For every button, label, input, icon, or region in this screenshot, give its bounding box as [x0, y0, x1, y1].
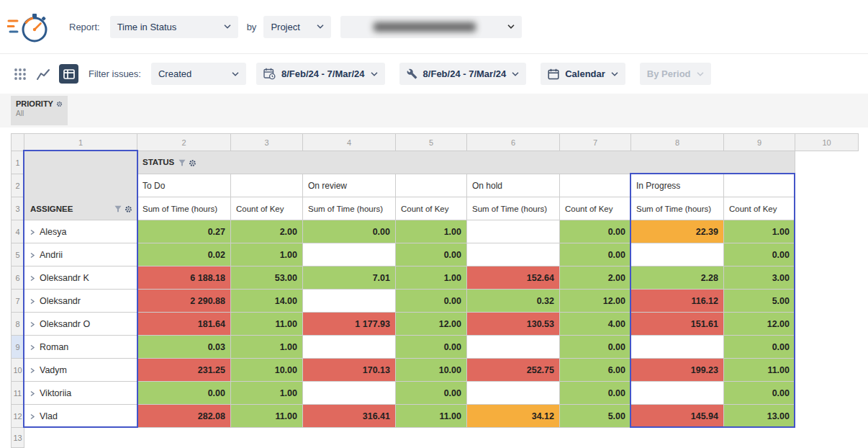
data-cell[interactable]: 1.00: [231, 336, 303, 359]
grid-view-button[interactable]: [12, 66, 29, 83]
expand-chevron-icon[interactable]: [30, 252, 35, 259]
expand-chevron-icon[interactable]: [30, 390, 35, 397]
expand-chevron-icon[interactable]: [30, 367, 35, 374]
data-cell[interactable]: 11.00: [396, 405, 467, 428]
data-cell[interactable]: 170.13: [303, 359, 396, 382]
chart-view-button[interactable]: [35, 66, 52, 83]
measure-header-cell[interactable]: Sum of Time (hours): [467, 197, 560, 220]
expand-chevron-icon[interactable]: [30, 413, 35, 420]
row-number[interactable]: 10: [12, 359, 24, 382]
data-cell[interactable]: 11.00: [231, 405, 303, 428]
data-cell[interactable]: 2.00: [231, 220, 303, 243]
measure-header-cell[interactable]: Count of Key: [396, 197, 467, 220]
expand-chevron-icon[interactable]: [30, 275, 35, 282]
filter-funnel-icon[interactable]: [114, 205, 122, 212]
data-cell[interactable]: 1.00: [231, 243, 303, 266]
assignee-cell[interactable]: Oleksandr O: [24, 313, 137, 336]
row-number[interactable]: 12: [12, 405, 24, 428]
measure-header-cell[interactable]: Count of Key: [724, 197, 795, 220]
data-cell[interactable]: 0.27: [137, 220, 231, 243]
calendar-select[interactable]: Calendar: [541, 63, 625, 85]
measure-header-cell[interactable]: Sum of Time (hours): [137, 197, 231, 220]
row-number[interactable]: 1: [12, 151, 24, 174]
data-cell[interactable]: 1.00: [231, 382, 303, 405]
data-cell[interactable]: 231.25: [137, 359, 231, 382]
data-cell[interactable]: 0.00: [396, 290, 467, 313]
row-number[interactable]: 13: [12, 428, 24, 448]
data-cell[interactable]: 14.00: [231, 290, 303, 313]
measure-header-cell[interactable]: Count of Key: [231, 197, 303, 220]
data-cell[interactable]: [303, 382, 396, 405]
assignee-header-cell[interactable]: ASSIGNEE: [24, 151, 137, 220]
data-cell[interactable]: 130.53: [467, 313, 560, 336]
gear-icon[interactable]: [56, 100, 63, 108]
data-cell[interactable]: 6.00: [560, 359, 631, 382]
row-number[interactable]: 5: [12, 243, 24, 266]
priority-filter-chip[interactable]: PRIORITY All: [11, 96, 68, 125]
assignee-cell[interactable]: Alesya: [24, 220, 137, 243]
data-cell[interactable]: [631, 243, 724, 266]
column-number[interactable]: 1: [24, 134, 137, 151]
data-cell[interactable]: 12.00: [560, 290, 631, 313]
assignee-cell[interactable]: Vlad: [24, 405, 137, 428]
data-cell[interactable]: 1.00: [396, 266, 467, 290]
data-cell[interactable]: 0.03: [137, 336, 231, 359]
gear-icon[interactable]: [125, 205, 132, 213]
assignee-cell[interactable]: Viktoriia: [24, 382, 137, 405]
data-cell[interactable]: 13.00: [724, 405, 795, 428]
data-cell[interactable]: 11.00: [231, 313, 303, 336]
data-cell[interactable]: 0.00: [396, 243, 467, 266]
data-cell[interactable]: 0.00: [724, 243, 795, 266]
status-group-cell[interactable]: To Do: [137, 174, 231, 197]
data-cell[interactable]: 1.00: [724, 220, 795, 243]
data-cell[interactable]: 12.00: [396, 313, 467, 336]
row-number[interactable]: 2: [12, 174, 24, 197]
data-cell[interactable]: [467, 243, 560, 266]
data-cell[interactable]: 5.00: [724, 290, 795, 313]
data-cell[interactable]: 116.12: [631, 290, 724, 313]
row-number[interactable]: 4: [12, 220, 24, 243]
data-cell[interactable]: [303, 336, 396, 359]
measure-header-cell[interactable]: Count of Key: [560, 197, 631, 220]
data-cell[interactable]: 4.00: [560, 313, 631, 336]
data-cell[interactable]: 252.75: [467, 359, 560, 382]
status-group-cell[interactable]: On review: [303, 174, 396, 197]
data-cell[interactable]: 12.00: [724, 313, 795, 336]
data-cell[interactable]: 0.00: [560, 336, 631, 359]
expand-chevron-icon[interactable]: [30, 298, 35, 305]
data-cell[interactable]: 11.00: [724, 359, 795, 382]
assignee-cell[interactable]: Vadym: [24, 359, 137, 382]
data-cell[interactable]: 199.23: [631, 359, 724, 382]
data-cell[interactable]: 0.00: [560, 382, 631, 405]
data-cell[interactable]: 7.01: [303, 266, 396, 290]
expand-chevron-icon[interactable]: [30, 344, 35, 351]
column-number[interactable]: 6: [467, 134, 560, 151]
data-cell[interactable]: [303, 290, 396, 313]
data-cell[interactable]: 53.00: [231, 266, 303, 290]
expand-chevron-icon[interactable]: [30, 229, 35, 236]
row-number[interactable]: 7: [12, 290, 24, 313]
assignee-cell[interactable]: Roman: [24, 336, 137, 359]
data-cell[interactable]: 152.64: [467, 266, 560, 290]
data-cell[interactable]: [303, 243, 396, 266]
data-cell[interactable]: [467, 336, 560, 359]
data-cell[interactable]: 151.61: [631, 313, 724, 336]
measure-header-cell[interactable]: Sum of Time (hours): [631, 197, 724, 220]
column-number[interactable]: 3: [231, 134, 303, 151]
data-cell[interactable]: 0.32: [467, 290, 560, 313]
column-number[interactable]: 2: [137, 134, 231, 151]
column-number[interactable]: 5: [396, 134, 467, 151]
data-cell[interactable]: 282.08: [137, 405, 231, 428]
data-cell[interactable]: 0.00: [396, 382, 467, 405]
gear-icon[interactable]: [189, 159, 196, 167]
row-number[interactable]: 3: [12, 197, 24, 220]
data-cell[interactable]: 0.00: [724, 336, 795, 359]
date-range-picker-1[interactable]: 8/Feb/24 - 7/Mar/24: [256, 63, 385, 85]
data-cell[interactable]: 2.00: [560, 266, 631, 290]
data-cell[interactable]: 0.00: [137, 382, 231, 405]
data-cell[interactable]: [631, 382, 724, 405]
data-cell[interactable]: [467, 220, 560, 243]
filter-field-select[interactable]: Created: [151, 63, 246, 85]
data-cell[interactable]: 1.00: [396, 220, 467, 243]
assignee-cell[interactable]: Oleksandr K: [24, 266, 137, 290]
